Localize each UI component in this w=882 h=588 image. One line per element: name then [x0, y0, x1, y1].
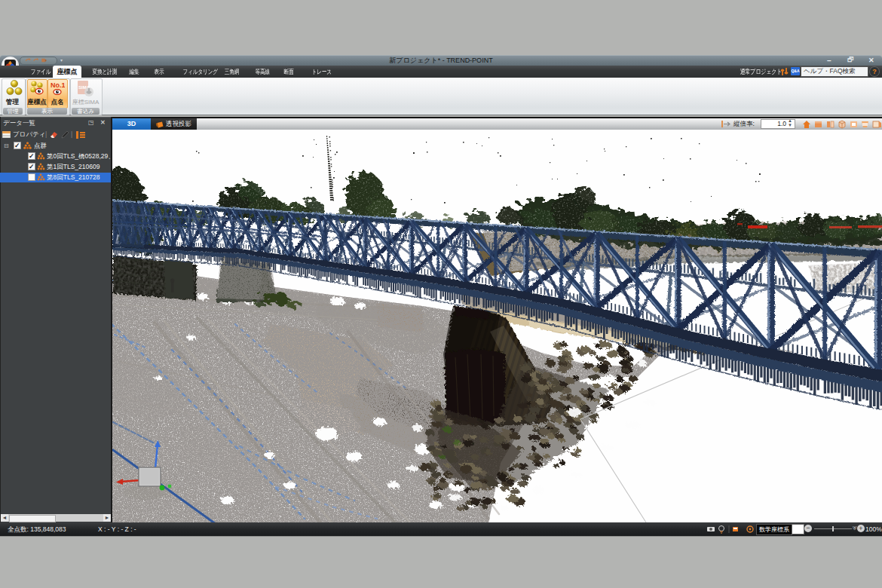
svg-text:No.1: No.1 — [51, 81, 65, 89]
